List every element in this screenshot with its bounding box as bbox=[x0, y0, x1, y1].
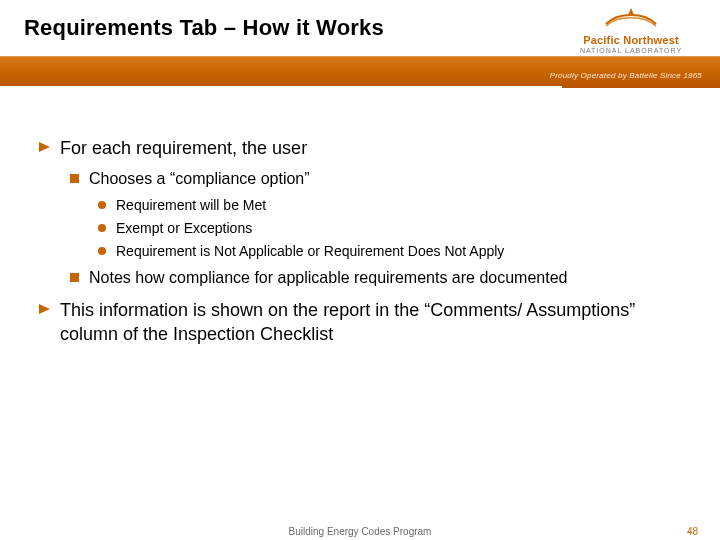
slide-header: Requirements Tab – How it Works Proudly … bbox=[0, 0, 720, 88]
list-item: This information is shown on the report … bbox=[38, 298, 682, 347]
bullet-list-level-3: Requirement will be Met Exempt or Except… bbox=[98, 196, 682, 261]
footer-program-name: Building Energy Codes Program bbox=[289, 526, 432, 537]
logo-line-1: Pacific Northwest bbox=[556, 34, 706, 46]
slide-body: For each requirement, the user Chooses a… bbox=[38, 136, 682, 357]
page-number: 48 bbox=[687, 526, 698, 537]
list-item: Requirement will be Met bbox=[98, 196, 682, 215]
triangle-bullet-icon bbox=[38, 302, 52, 316]
slide-title: Requirements Tab – How it Works bbox=[0, 15, 384, 41]
logo-text: Pacific Northwest NATIONAL LABORATORY bbox=[556, 34, 706, 54]
svg-marker-0 bbox=[39, 142, 50, 152]
swoosh-icon bbox=[604, 6, 658, 32]
header-stripe: Proudly Operated by Battelle Since 1965 bbox=[0, 56, 720, 86]
square-bullet-icon bbox=[70, 174, 79, 183]
list-item: Requirement is Not Applicable or Require… bbox=[98, 242, 682, 261]
square-bullet-icon bbox=[70, 273, 79, 282]
bullet-list-level-2: Chooses a “compliance option” Requiremen… bbox=[70, 168, 682, 288]
bullet-text: For each requirement, the user bbox=[60, 136, 307, 160]
bullet-text: Chooses a “compliance option” bbox=[89, 168, 310, 190]
svg-marker-1 bbox=[39, 304, 50, 314]
bullet-text: Exempt or Exceptions bbox=[116, 219, 252, 238]
dot-bullet-icon bbox=[98, 247, 106, 255]
bullet-text: Notes how compliance for applicable requ… bbox=[89, 267, 567, 289]
list-item: Notes how compliance for applicable requ… bbox=[70, 267, 682, 289]
slide: Requirements Tab – How it Works Proudly … bbox=[0, 0, 720, 540]
dot-bullet-icon bbox=[98, 224, 106, 232]
logo-line-2: NATIONAL LABORATORY bbox=[556, 47, 706, 54]
pnnl-logo: Pacific Northwest NATIONAL LABORATORY bbox=[556, 6, 706, 54]
bullet-list-level-1: For each requirement, the user Chooses a… bbox=[38, 136, 682, 347]
dot-bullet-icon bbox=[98, 201, 106, 209]
logo-tagline: Proudly Operated by Battelle Since 1965 bbox=[550, 71, 702, 80]
bullet-text: Requirement will be Met bbox=[116, 196, 266, 215]
list-item: Chooses a “compliance option” Requiremen… bbox=[70, 168, 682, 260]
bullet-text: Requirement is Not Applicable or Require… bbox=[116, 242, 504, 261]
triangle-bullet-icon bbox=[38, 140, 52, 154]
bullet-text: This information is shown on the report … bbox=[60, 298, 682, 347]
list-item: For each requirement, the user Chooses a… bbox=[38, 136, 682, 288]
list-item: Exempt or Exceptions bbox=[98, 219, 682, 238]
